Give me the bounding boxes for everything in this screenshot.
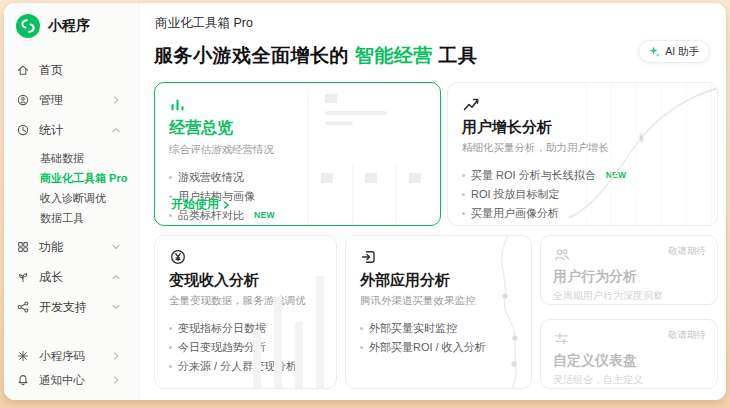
sidebar-item-manage[interactable]: 管理 [16,85,131,115]
sidebar-item-label: 开发支持 [39,299,87,316]
card-title: 自定义仪表盘 [553,352,705,370]
sidebar-subitem-income-diagnosis[interactable]: 收入诊断调优 [16,188,131,208]
chevron-down-icon [111,302,121,312]
sidebar-item-dev-support[interactable]: 开发支持 [16,292,131,322]
chevron-right-icon [111,375,121,385]
manage-icon [16,93,30,107]
new-badge: NEW [254,206,275,225]
subitem-label: 商业化工具箱 Pro [40,171,127,186]
coming-soon-badge: 敬请期待 [668,245,706,258]
hero-suffix: 工具 [433,45,478,66]
miniprogram-logo-icon [16,14,40,38]
bell-icon [16,373,30,387]
sidebar-nav: 首页 管理 统计 基础数据 商业化工具箱 Pro 收入诊断调优 数据工具 功能 [16,55,131,322]
flow-line-graphic [451,236,531,388]
chevron-right-icon [221,200,231,210]
feature-label: ROI 投放目标制定 [471,185,560,204]
sidebar-item-label: 成长 [39,269,63,286]
app-title: 小程序 [48,17,90,35]
hero-highlight: 智能经营 [355,45,433,66]
sidebar-item-label: 小程序码 [39,349,85,364]
cards-grid: 经营总览 综合评估游戏经营情况 游戏营收情况 用户结构与画像 品类标杆对比NEW… [154,82,718,389]
sidebar-subitem-commercial-toolbox-pro[interactable]: 商业化工具箱 Pro [16,168,131,188]
growth-icon [16,270,30,284]
sidebar-item-label: 通知中心 [39,373,85,388]
sidebar-subitem-basic-data[interactable]: 基础数据 [16,148,131,168]
sidebar-item-label: 首页 [39,62,63,79]
cta-label: 开始使用 [171,196,219,213]
feature-label: 买量用户画像分析 [471,204,559,223]
stats-subnav: 基础数据 商业化工具箱 Pro 收入诊断调优 数据工具 [16,148,131,228]
sidebar-item-features[interactable]: 功能 [16,232,131,262]
sidebar-item-label: 管理 [39,92,63,109]
card-revenue-analysis[interactable]: 变现收入分析 全量变现数据，服务游戏调优 变现指标分日数据 今日变现趋势分析 分… [154,235,337,389]
feature-label: 外部买量实时监控 [369,319,457,338]
coming-soon-badge: 敬请期待 [668,329,706,342]
subitem-label: 数据工具 [40,211,84,226]
sidebar-item-home[interactable]: 首页 [16,55,131,85]
growth-curve-graphic [566,83,717,225]
ai-assistant-label: AI 助手 [665,45,699,59]
sidebar-item-miniprogram-code[interactable]: 小程序码 [16,344,131,368]
card-user-behavior: 敬请期待 用户行为分析 全周期用户行为深度洞察 [540,235,718,305]
ai-assistant-button[interactable]: AI 助手 [638,40,710,63]
breadcrumb: 商业化工具箱 Pro [155,15,718,32]
sidebar-item-stats[interactable]: 统计 [16,115,131,145]
hero-prefix: 服务小游戏全面增长的 [154,45,355,66]
sidebar-footer: 小程序码 通知中心 [16,344,131,392]
chevron-up-icon [111,272,121,282]
dev-support-icon [16,300,30,314]
chevron-right-icon [111,351,121,361]
page-title: 服务小游戏全面增长的 智能经营 工具 [154,43,718,69]
coming-soon-column: 敬请期待 用户行为分析 全周期用户行为深度洞察 敬请期待 自定义仪表盘 灵活组合… [540,235,718,389]
miniprogram-code-icon [16,349,30,363]
card-title: 用户行为分析 [553,268,705,286]
sidebar-subitem-data-tools[interactable]: 数据工具 [16,208,131,228]
card-subtitle: 全周期用户行为深度洞察 [553,289,705,303]
stats-icon [16,123,30,137]
subitem-label: 基础数据 [40,151,84,166]
dashboard-preview-skeleton [308,83,440,225]
app-window: 小程序 首页 管理 统计 基础数据 商业化工具箱 Pro 收入诊断调优 数据 [4,3,726,400]
card-user-growth[interactable]: 用户增长分析 精细化买量分析，助力用户增长 买量 ROI 分析与长线拟合NEW … [447,82,718,226]
ghost-bar-chart-graphic [253,236,324,388]
sidebar-item-label: 功能 [39,239,63,256]
logo-row: 小程序 [16,14,131,38]
sidebar-item-growth[interactable]: 成长 [16,262,131,292]
main-content: 商业化工具箱 Pro 服务小游戏全面增长的 智能经营 工具 AI 助手 经营总览… [140,3,726,400]
ai-sparkle-icon [649,46,660,57]
sidebar-item-notification-center[interactable]: 通知中心 [16,368,131,392]
chevron-up-icon [111,125,121,135]
card-business-overview[interactable]: 经营总览 综合评估游戏经营情况 游戏营收情况 用户结构与画像 品类标杆对比NEW… [154,82,441,226]
chevron-down-icon [111,242,121,252]
chevron-right-icon [111,95,121,105]
sidebar: 小程序 首页 管理 统计 基础数据 商业化工具箱 Pro 收入诊断调优 数据 [4,3,140,400]
card-custom-dashboard: 敬请期待 自定义仪表盘 灵活组合，自主定义 [540,319,718,389]
subitem-label: 收入诊断调优 [40,191,106,206]
card-subtitle: 灵活组合，自主定义 [553,373,705,387]
home-icon [16,63,30,77]
sidebar-item-label: 统计 [39,122,63,139]
features-icon [16,240,30,254]
feature-label: 游戏营收情况 [178,168,244,187]
card-external-app-analysis[interactable]: 外部应用分析 腾讯外渠道买量效果监控 外部买量实时监控 外部买量ROI / 收入… [345,235,532,389]
start-using-link[interactable]: 开始使用 [171,196,231,213]
